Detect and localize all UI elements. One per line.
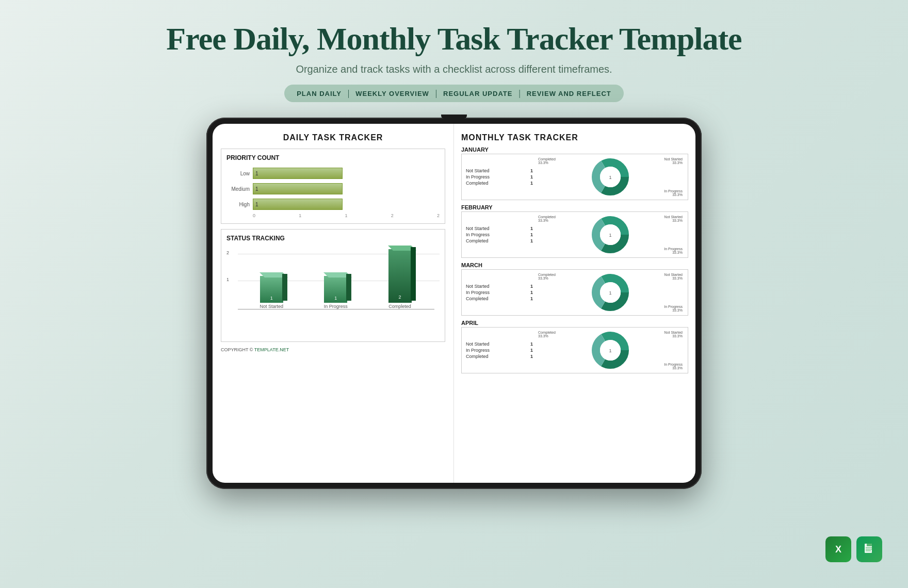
svg-text:X: X [835, 544, 841, 554]
march-title: MARCH [461, 262, 688, 268]
svg-text:1: 1 [609, 175, 611, 180]
bar-fill-medium: 1 [253, 183, 343, 194]
copyright: COPYRIGHT © TEMPLATE.NET [221, 347, 445, 352]
svg-text:1: 1 [609, 348, 611, 353]
bar-fill-low: 1 [253, 168, 343, 179]
tablet-outer-frame: DAILY TASK TRACKER PRIORITY COUNT Low 1 [206, 118, 702, 489]
tab-regular-update[interactable]: REGULAR UPDATE [443, 90, 512, 97]
jan-completed-label: Completed33.3% [538, 157, 556, 165]
bar-row-medium: Medium 1 [226, 183, 440, 194]
status-bar-not-started-value: 1 [270, 296, 273, 301]
tablet-camera [441, 115, 467, 119]
status-bar-completed-front: 2 [388, 249, 412, 303]
march-box: Not Started 1 In Progress 1 Completed 1 [461, 269, 688, 316]
status-bar-in-progress-value: 1 [334, 296, 337, 301]
feb-in-progress-label: In Progress33.3% [664, 247, 683, 254]
page-title: Free Daily, Monthly Task Tracker Templat… [166, 21, 741, 57]
march-stat-in-progress: In Progress 1 [466, 290, 533, 295]
sheets-icon[interactable] [856, 536, 882, 562]
bar-label-high: High [226, 202, 250, 207]
tab-plan-daily[interactable]: PLAN DAILY [297, 90, 342, 97]
bar-label-medium: Medium [226, 186, 250, 192]
page-header: Free Daily, Monthly Task Tracker Templat… [166, 0, 741, 107]
bar-row-high: High 1 [226, 199, 440, 210]
copyright-brand: TEMPLATE.NET [254, 347, 289, 352]
status-chart-area: 2 1 1 [226, 246, 440, 336]
axis-1a: 1 [299, 213, 301, 218]
apr-not-started-label: Not Started33.3% [664, 331, 683, 338]
status-bar-completed-3d: 2 [388, 249, 412, 303]
status-bar-not-started-front: 1 [260, 276, 283, 303]
april-donut-svg: 1 [590, 330, 631, 371]
grid-line-0 [238, 309, 434, 309]
bar-container-low: 1 [253, 168, 440, 179]
february-stat-completed: Completed 1 [466, 238, 533, 243]
bar-value-low: 1 [255, 171, 258, 176]
priority-axis-labels: 0 1 1 2 2 [253, 213, 440, 218]
status-bar-in-progress-3d: 1 [324, 276, 347, 303]
january-stat-completed: Completed 1 [466, 181, 533, 186]
status-bar-in-progress-front: 1 [324, 276, 347, 303]
january-section: JANUARY Not Started 1 In Progress 1 [461, 146, 688, 200]
jan-in-progress-label: In Progress33.3% [664, 189, 683, 197]
tab-weekly-overview[interactable]: WEEKLY OVERVIEW [355, 90, 429, 97]
jan-not-started-label: Not Started33.3% [664, 157, 683, 165]
status-bars-container: 1 Not Started [239, 254, 432, 309]
axis-0: 0 [253, 213, 255, 218]
svg-rect-25 [866, 547, 873, 548]
bar-value-high: 1 [255, 202, 258, 207]
february-stat-in-progress: In Progress 1 [466, 232, 533, 237]
app-icons: X [825, 536, 882, 562]
feb-completed-label: Completed33.3% [538, 215, 556, 222]
axis-2a: 2 [391, 213, 394, 218]
status-bar-completed-label: Completed [388, 304, 411, 309]
april-stat-in-progress: In Progress 1 [466, 348, 533, 353]
status-bar-not-started-3d: 1 [260, 276, 283, 303]
apr-completed-label: Completed33.3% [538, 331, 556, 338]
february-title: FEBRUARY [461, 204, 688, 210]
april-donut: 1 Completed33.3% Not Started33.3% In Pro… [537, 330, 684, 371]
y-axis-2: 2 [226, 250, 229, 255]
status-bar-in-progress-side [346, 274, 351, 301]
february-donut: 1 Completed33.3% Not Started33.3% In Pro… [537, 214, 684, 255]
svg-text:1: 1 [609, 233, 611, 238]
january-donut-svg: 1 [590, 156, 631, 198]
april-stat-completed: Completed 1 [466, 354, 533, 359]
status-chart-title: STATUS TRACKING [226, 235, 440, 242]
mar-in-progress-label: In Progress33.3% [664, 305, 683, 312]
daily-tracker-title: DAILY TASK TRACKER [221, 133, 445, 142]
status-bar-in-progress-label: In Progress [324, 304, 348, 309]
march-stat-completed: Completed 1 [466, 296, 533, 301]
march-stat-not-started: Not Started 1 [466, 284, 533, 289]
bar-label-low: Low [226, 171, 250, 176]
april-box: Not Started 1 In Progress 1 Completed 1 [461, 327, 688, 373]
status-bar-not-started-side [282, 274, 287, 301]
bar-container-high: 1 [253, 199, 440, 210]
february-section: FEBRUARY Not Started 1 In Progress 1 [461, 204, 688, 258]
svg-rect-26 [866, 549, 873, 550]
bar-fill-high: 1 [253, 199, 343, 210]
feb-not-started-label: Not Started33.3% [664, 215, 683, 222]
svg-rect-27 [866, 550, 871, 551]
priority-chart-title: PRIORITY COUNT [226, 154, 440, 161]
february-stats: Not Started 1 In Progress 1 Completed 1 [466, 226, 533, 243]
april-title: APRIL [461, 320, 688, 326]
svg-text:1: 1 [609, 290, 611, 296]
excel-icon[interactable]: X [825, 536, 851, 562]
march-donut: 1 Completed33.3% Not Started33.3% In Pro… [537, 272, 684, 313]
sheets-logo-svg [862, 542, 877, 557]
tablet-screen: DAILY TASK TRACKER PRIORITY COUNT Low 1 [213, 124, 695, 483]
priority-count-chart: PRIORITY COUNT Low 1 Medium [221, 149, 445, 224]
monthly-tracker-panel: MONTHLY TASK TRACKER JANUARY Not Started… [454, 124, 695, 483]
axis-1b: 1 [345, 213, 347, 218]
april-section: APRIL Not Started 1 In Progress 1 [461, 320, 688, 373]
svg-rect-24 [867, 544, 872, 546]
january-title: JANUARY [461, 146, 688, 153]
apr-in-progress-label: In Progress33.3% [664, 363, 683, 370]
january-stat-not-started: Not Started 1 [466, 168, 533, 173]
january-box: Not Started 1 In Progress 1 Completed 1 [461, 154, 688, 200]
status-bar-completed-side [411, 247, 416, 301]
tab-review-reflect[interactable]: REVIEW AND REFLECT [527, 90, 611, 97]
march-stats: Not Started 1 In Progress 1 Completed 1 [466, 284, 533, 301]
bar-container-medium: 1 [253, 183, 440, 194]
